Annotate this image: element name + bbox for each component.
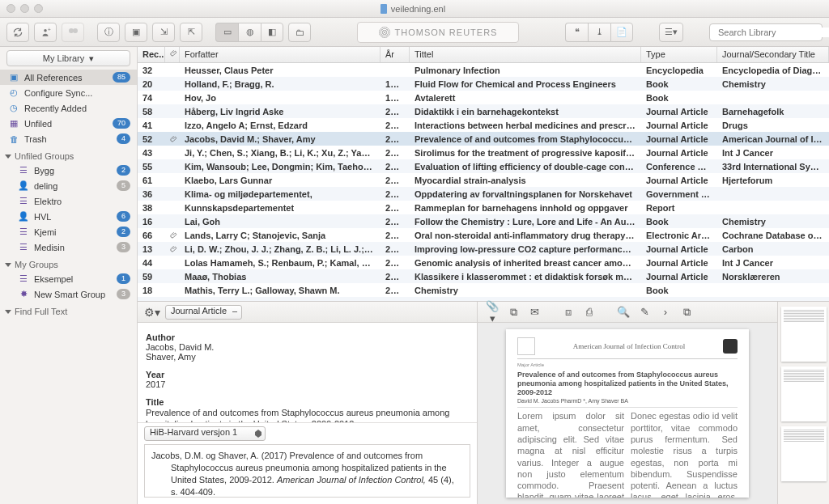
share-button[interactable]: + [34, 23, 57, 42]
folder-button[interactable]: 🗀 [288, 23, 311, 42]
pdf-thumb[interactable] [781, 307, 827, 362]
import-icon: ⇱ [188, 27, 195, 37]
table-row[interactable]: 61 Klaebo, Lars Gunnar 2017 Myocardial s… [138, 173, 829, 187]
open-pdf-icon[interactable]: ⧉ [507, 306, 520, 319]
author-line-1[interactable]: Shaver, Amy [146, 352, 469, 362]
preview-viewport[interactable]: American Journal of Infection Control Ma… [478, 323, 777, 504]
sidebar-item-label: All References [24, 73, 108, 83]
table-row[interactable]: 66 Lands, Larry C; Stanojevic, Sanja 201… [138, 228, 829, 242]
pdf-thumb[interactable] [781, 366, 827, 421]
col-author[interactable]: Forfatter [180, 47, 380, 62]
sidebar-item-new-smart-group[interactable]: ✸ New Smart Group 3 [0, 286, 137, 302]
group-icon: ☰ [18, 165, 29, 176]
table-row[interactable]: 74 Hov, Jo 1993 Avtalerett Book [138, 91, 829, 104]
table-row[interactable]: 13 Li, D. W.; Zhou, J. J.; Zhang, Z. B.;… [138, 242, 829, 256]
table-row[interactable]: 44 Lolas Hamameh, S.; Renbaum, P.; Kamal… [138, 256, 829, 269]
sidebar-item-all-references[interactable]: ▣ All References 85 [0, 70, 137, 85]
pdf-thumbnails[interactable] [777, 302, 829, 504]
table-body[interactable]: 32 Heusser, Claus Peter Pulmonary Infect… [138, 63, 829, 301]
cite-style-select[interactable]: HiB-Harvard versjon 1 [144, 426, 266, 441]
info-button[interactable]: ⓘ [97, 23, 120, 42]
group-button[interactable] [62, 23, 84, 42]
cell-attachment [165, 135, 180, 143]
col-journal[interactable]: Journal/Secondary Title [717, 47, 829, 62]
sidebar-item-bygg[interactable]: ☰ Bygg 2 [0, 163, 137, 178]
next-icon[interactable]: › [659, 306, 672, 318]
table-row[interactable]: 52 Jacobs, David M.; Shaver, Amy 2017 Pr… [138, 132, 829, 146]
table-row[interactable]: 32 Heusser, Claus Peter Pulmonary Infect… [138, 63, 829, 77]
new-ref-button[interactable]: ▣ [125, 23, 147, 42]
online-mode-button[interactable]: ◍ [238, 23, 261, 42]
table-row[interactable]: 41 Izzo, Angelo A; Ernst, Edzard 2009 In… [138, 118, 829, 132]
save-icon[interactable]: ⧈ [562, 306, 575, 319]
pdf-journal: American Journal of Infection Control [573, 342, 685, 350]
title-value[interactable]: Prevalence of and outcomes from Staphylo… [146, 407, 469, 422]
table-row[interactable]: 18 Mathis, Terry L.; Galloway, Shawn M. … [138, 283, 829, 297]
sidebar-item-hvl[interactable]: 👤 HVL 6 [0, 209, 137, 224]
attach-menu-icon[interactable]: 📎▾ [486, 300, 499, 324]
local-mode-button[interactable]: ▭ [215, 23, 238, 42]
table-row[interactable]: 38 Kunnskapsdepartementet 2011 Rammeplan… [138, 201, 829, 214]
cell-author: Håberg, Liv Ingrid Aske [180, 107, 380, 116]
col-type[interactable]: Type [641, 47, 717, 62]
word-button[interactable]: 📄 [610, 23, 633, 42]
minimize-button[interactable] [20, 4, 29, 13]
sidebar-group-header[interactable]: My Groups [0, 255, 137, 271]
detail-fields[interactable]: Author Jacobs, David M. Shaver, Amy Year… [138, 323, 477, 422]
sidebar-item-deling[interactable]: 👤 deling 5 [0, 178, 137, 193]
table-row[interactable]: 59 Maaø, Thobias 2016 Klassikere i klass… [138, 269, 829, 283]
ref-type-select[interactable]: Journal Article [165, 305, 242, 320]
pdf-thumb[interactable] [781, 426, 827, 481]
gear-icon[interactable]: ⚙▾ [144, 306, 160, 319]
sidebar-item-trash[interactable]: 🗑 Trash 4 [0, 131, 137, 146]
close-button[interactable] [6, 4, 15, 13]
layout-button[interactable]: ☰▾ [659, 23, 683, 42]
find-full-text-header[interactable]: Find Full Text [0, 302, 137, 318]
cell-author: Kim, Wansoub; Lee, Dongmin; Kim, Taehoon… [180, 162, 380, 172]
col-attach[interactable] [165, 47, 180, 62]
pdf-section: Major Article [517, 362, 738, 367]
table-row[interactable]: 55 Kim, Wansoub; Lee, Dongmin; Kim, Taeh… [138, 159, 829, 173]
ref-type-value: Journal Article [171, 306, 227, 316]
table-row[interactable]: 58 Håberg, Liv Ingrid Aske 2016 Didaktik… [138, 104, 829, 118]
cell-year: 2017 [380, 244, 410, 254]
col-title[interactable]: Tittel [410, 47, 641, 62]
cell-recnum: 13 [138, 244, 165, 254]
hybrid-mode-button[interactable]: ◧ [261, 23, 283, 42]
email-icon[interactable]: ✉ [528, 306, 541, 318]
zoom-icon[interactable]: 🔍 [617, 306, 630, 318]
sidebar-item-eksempel[interactable]: ☰ Eksempel 1 [0, 271, 137, 286]
table-row[interactable]: 43 Ji, Y.; Chen, S.; Xiang, B.; Li, K.; … [138, 146, 829, 159]
zoom-button[interactable] [34, 4, 43, 13]
insert-icon: ❝ [575, 27, 580, 37]
annotate-icon[interactable]: ✎ [638, 306, 651, 318]
year-value[interactable]: 2017 [146, 379, 469, 389]
library-selector[interactable]: My Library ▾ [6, 50, 130, 66]
table-row[interactable]: 16 Lai, Goh 2010 Follow the Chemistry : … [138, 214, 829, 228]
sidebar-item-kjemi[interactable]: ☰ Kjemi 2 [0, 224, 137, 239]
find-full-text-label: Find Full Text [15, 307, 67, 316]
col-year[interactable]: År [380, 47, 410, 62]
more-icon[interactable]: ⧉ [680, 306, 693, 319]
table-row[interactable]: 36 Klima- og miljødepartementet, 2017 Op… [138, 187, 829, 201]
insert-citation-button[interactable]: ❝ [565, 23, 588, 42]
format-button[interactable]: ⤓ [588, 23, 610, 42]
sidebar-group-header[interactable]: Unfiled Groups [0, 146, 137, 163]
sync-button[interactable] [6, 23, 29, 42]
search-field[interactable] [709, 23, 823, 41]
sidebar-item-recently-added[interactable]: ◷ Recently Added [0, 100, 137, 116]
table-row[interactable]: 20 Holland, F.; Bragg, R. 1995 Fluid Flo… [138, 77, 829, 91]
sidebar-item-elektro[interactable]: ☰ Elektro [0, 193, 137, 209]
import-button[interactable]: ⇱ [180, 23, 202, 42]
sidebar-item-medisin[interactable]: ☰ Medisin 3 [0, 239, 137, 255]
traffic-lights[interactable] [6, 4, 43, 13]
sidebar-item-unfiled[interactable]: ▦ Unfiled 70 [0, 116, 137, 131]
search-input[interactable] [718, 28, 829, 37]
col-recnum[interactable]: Rec... [138, 47, 165, 62]
table-row[interactable]: 47 Meng, Y.; Lin, Z. M.; Ge, N.; Zhang, … [138, 297, 829, 301]
print-icon[interactable]: ⎙ [583, 306, 596, 318]
author-line-0[interactable]: Jacobs, David M. [146, 342, 469, 352]
sidebar-item-configure-sync-[interactable]: ◴ Configure Sync... [0, 85, 137, 100]
export-button[interactable]: ⇲ [152, 23, 175, 42]
citation-preview[interactable]: Jacobs, D.M. og Shaver, A. (2017) Preval… [144, 444, 470, 498]
